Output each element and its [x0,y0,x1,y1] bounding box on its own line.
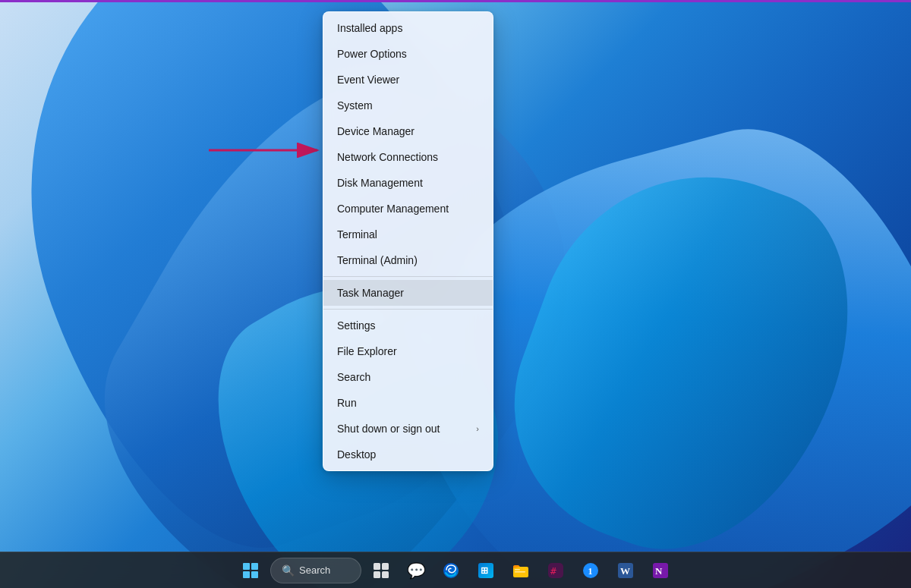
menu-item-label-system: System [337,99,373,112]
slack-icon: # [547,562,564,579]
menu-item-label-settings: Settings [337,319,376,332]
menu-item-label-computer-management: Computer Management [337,203,449,215]
svg-rect-4 [374,571,380,578]
menu-item-shut-down[interactable]: Shut down or sign out› [323,416,493,442]
menu-item-computer-management[interactable]: Computer Management [323,196,493,222]
menu-item-label-device-manager: Device Manager [337,125,415,137]
menu-item-disk-management[interactable]: Disk Management [323,170,493,196]
menu-item-label-task-manager: Task Manager [337,287,404,299]
1password-button[interactable]: 1 [575,555,606,586]
menu-divider-after-terminal-admin [323,276,493,277]
menu-item-label-run: Run [337,397,357,409]
whatsapp-icon: 💬 [407,561,426,580]
top-border [0,0,911,2]
arrow-annotation [205,143,326,158]
word-icon: W [617,562,634,579]
svg-rect-3 [382,563,389,570]
file-explorer-button[interactable] [506,555,536,586]
menu-item-device-manager[interactable]: Device Manager [323,118,493,144]
onenote-button[interactable]: N [645,555,676,586]
menu-item-settings[interactable]: Settings [323,313,493,338]
menu-divider-after-task-manager [323,309,493,310]
store-button[interactable]: ⊞ [471,555,501,586]
menu-item-task-manager[interactable]: Task Manager [323,280,493,306]
submenu-chevron-shut-down: › [476,424,479,433]
whatsapp-button[interactable]: 💬 [401,555,431,586]
menu-item-label-disk-management: Disk Management [337,177,423,189]
windows-logo-icon [243,563,258,578]
menu-item-label-terminal: Terminal [337,228,377,241]
menu-item-run[interactable]: Run [323,390,493,416]
menu-item-power-options[interactable]: Power Options [323,41,493,67]
menu-item-event-viewer[interactable]: Event Viewer [323,67,493,93]
task-view-button[interactable] [366,555,396,586]
menu-item-installed-apps[interactable]: Installed apps [323,15,493,41]
edge-icon [443,562,459,579]
taskbar-center: 🔍 Search 💬 [235,555,676,586]
svg-text:⊞: ⊞ [481,565,488,576]
file-explorer-icon [512,562,529,579]
word-button[interactable]: W [610,555,641,586]
svg-text:N: N [655,565,663,577]
taskbar-search-bar[interactable]: 🔍 Search [270,558,361,583]
svg-text:1: 1 [588,565,593,576]
svg-rect-10 [515,569,520,571]
task-view-icon [373,562,389,579]
onenote-icon: N [652,562,669,579]
store-icon: ⊞ [478,562,494,579]
menu-item-terminal[interactable]: Terminal [323,222,493,247]
search-icon: 🔍 [282,564,295,577]
menu-item-network-connections[interactable]: Network Connections [323,144,493,170]
taskbar-search-label: Search [299,564,330,576]
svg-rect-5 [382,571,389,578]
edge-button[interactable] [436,555,466,586]
1password-icon: 1 [582,562,599,579]
menu-item-file-explorer[interactable]: File Explorer [323,338,493,364]
menu-item-system[interactable]: System [323,93,493,118]
menu-item-search[interactable]: Search [323,364,493,390]
slack-button[interactable]: # [541,555,571,586]
taskbar: 🔍 Search 💬 [0,552,911,588]
menu-item-label-event-viewer: Event Viewer [337,74,399,86]
svg-text:W: W [620,565,630,577]
start-button[interactable] [235,555,266,586]
svg-rect-11 [515,571,525,573]
menu-item-terminal-admin[interactable]: Terminal (Admin) [323,247,493,273]
menu-item-label-network-connections: Network Connections [337,151,438,163]
menu-item-label-search: Search [337,371,370,383]
menu-item-label-file-explorer: File Explorer [337,345,397,357]
menu-item-label-desktop: Desktop [337,448,376,461]
menu-item-label-installed-apps: Installed apps [337,22,402,34]
menu-item-label-terminal-admin: Terminal (Admin) [337,254,418,266]
menu-item-label-shut-down: Shut down or sign out [337,423,440,435]
context-menu: Installed appsPower OptionsEvent ViewerS… [323,11,493,471]
svg-text:#: # [550,565,556,577]
svg-rect-2 [374,563,380,570]
menu-item-label-power-options: Power Options [337,48,407,60]
menu-item-desktop[interactable]: Desktop [323,442,493,467]
